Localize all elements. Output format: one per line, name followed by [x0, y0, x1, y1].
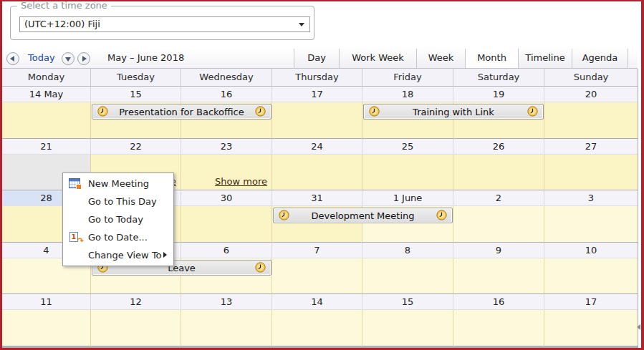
event[interactable]: Presentation for Backoffice	[92, 104, 271, 120]
day-cell[interactable]	[544, 310, 638, 346]
day-header-sunday: Sunday	[544, 69, 638, 86]
clock-icon	[369, 106, 380, 117]
clock-icon	[279, 210, 289, 220]
day-cell[interactable]	[2, 102, 91, 139]
date-cell[interactable]: 26	[453, 139, 544, 155]
day-cell[interactable]	[544, 258, 638, 294]
date-cell[interactable]: 15	[362, 294, 453, 310]
day-cell[interactable]	[544, 206, 638, 243]
event-title: Development Meeting	[311, 210, 414, 221]
timezone-select[interactable]: (UTC+12:00) Fiji	[19, 16, 310, 32]
show-more-link[interactable]: Show more	[215, 176, 267, 187]
date-cell[interactable]: 31	[272, 190, 362, 206]
tab-agenda[interactable]: Agenda	[572, 49, 628, 68]
menu-item-new-meeting[interactable]: New Meeting	[63, 175, 173, 193]
clock-icon	[97, 106, 108, 117]
day-cell[interactable]	[453, 206, 544, 243]
date-cell[interactable]: 3	[544, 190, 638, 206]
day-cell[interactable]	[453, 155, 544, 190]
timezone-fieldset: Select a time zone (UTC+12:00) Fiji	[10, 6, 314, 40]
day-cell[interactable]	[362, 258, 453, 294]
menu-item-go-to-today[interactable]: Go to Today	[63, 210, 173, 228]
date-cell[interactable]: 9	[453, 243, 544, 258]
next-button[interactable]	[77, 52, 90, 65]
day-cell[interactable]	[544, 155, 638, 190]
date-cell[interactable]: 10	[544, 243, 638, 258]
date-cell[interactable]: 15	[91, 87, 181, 102]
date-cell[interactable]: 27	[544, 139, 638, 155]
event[interactable]: Training with Link	[363, 104, 544, 120]
today-button[interactable]: Today	[28, 52, 55, 63]
day-cell[interactable]	[181, 310, 272, 346]
menu-item-label: Go to This Day	[88, 196, 157, 207]
date-cell[interactable]: 14	[272, 294, 362, 310]
date-cell[interactable]: 14 May	[2, 87, 91, 102]
view-tabs: DayWork WeekWeekMonthTimelineAgenda	[294, 49, 628, 68]
day-header-wednesday: Wednesday	[181, 69, 272, 86]
timezone-legend: Select a time zone	[17, 0, 111, 11]
tab-work-week[interactable]: Work Week	[339, 49, 416, 68]
date-cell[interactable]: 24	[272, 139, 362, 155]
date-cell[interactable]: 22	[91, 139, 181, 155]
date-cell[interactable]: 17	[272, 87, 362, 102]
day-cell[interactable]	[453, 258, 544, 294]
date-cell[interactable]: 12	[91, 294, 181, 310]
clock-icon	[436, 210, 447, 220]
calendar-dropdown-button[interactable]	[62, 52, 75, 65]
day-cell[interactable]	[362, 155, 453, 190]
context-menu: New MeetingGo to This DayGo to TodayGo t…	[62, 172, 174, 266]
menu-item-go-to-this-day[interactable]: Go to This Day	[63, 193, 173, 210]
chevron-down-icon	[65, 57, 71, 62]
date-cell[interactable]: 19	[453, 87, 544, 102]
date-cell[interactable]: 1 June	[362, 190, 453, 206]
chevron-right-icon	[82, 56, 87, 62]
tab-week[interactable]: Week	[416, 49, 465, 68]
day-cell[interactable]	[91, 310, 181, 346]
menu-item-change-view-to[interactable]: Change View To	[63, 246, 173, 264]
menu-item-go-to-date[interactable]: Go to Date...	[63, 228, 173, 246]
calendar-date-icon	[69, 232, 78, 242]
date-cell[interactable]: 23	[181, 139, 272, 155]
date-cell[interactable]: 6	[181, 243, 272, 258]
date-cell[interactable]: 20	[544, 87, 638, 102]
arrow-left-icon[interactable]	[637, 324, 640, 330]
day-header-monday: Monday	[2, 69, 91, 86]
page-border-top	[0, 0, 644, 1]
day-cell[interactable]	[544, 102, 638, 139]
day-cell[interactable]	[272, 310, 362, 346]
day-cell[interactable]	[362, 310, 453, 346]
date-cell[interactable]: 21	[2, 139, 91, 155]
page-border-left	[0, 0, 2, 350]
date-cell[interactable]: 18	[362, 87, 453, 102]
event-title: Presentation for Backoffice	[119, 107, 244, 117]
scheduler-page: Select a time zone (UTC+12:00) Fiji Toda…	[0, 0, 644, 350]
date-cell[interactable]: 25	[362, 139, 453, 155]
timezone-selected-value: (UTC+12:00) Fiji	[24, 19, 100, 29]
event[interactable]: Development Meeting	[273, 208, 453, 223]
date-range-label: May – June 2018	[107, 52, 184, 63]
day-cell[interactable]	[2, 310, 91, 346]
date-cell[interactable]: 30	[181, 190, 272, 206]
date-cell[interactable]: 2	[453, 190, 544, 206]
date-cell[interactable]: 17	[544, 294, 638, 310]
day-cell[interactable]	[272, 102, 362, 139]
chevron-down-icon	[299, 23, 304, 26]
date-cell[interactable]: 11	[2, 294, 91, 310]
day-cell[interactable]	[272, 155, 362, 190]
day-cell[interactable]	[453, 310, 544, 346]
page-border-right	[641, 0, 644, 350]
submenu-arrow-icon	[163, 252, 167, 258]
prev-button[interactable]	[6, 52, 19, 65]
tab-month[interactable]: Month	[465, 49, 518, 68]
date-cell[interactable]: 13	[181, 294, 272, 310]
clock-icon	[255, 262, 266, 273]
tab-day[interactable]: Day	[294, 49, 339, 68]
date-cell[interactable]: 7	[272, 243, 362, 258]
tab-timeline[interactable]: Timeline	[518, 49, 572, 68]
date-cell[interactable]: 16	[181, 87, 272, 102]
date-cell[interactable]: 8	[362, 243, 453, 258]
day-header-tuesday: Tuesday	[91, 69, 181, 86]
date-cell[interactable]: 16	[453, 294, 544, 310]
day-cell[interactable]	[181, 206, 272, 243]
day-cell[interactable]	[272, 258, 362, 294]
